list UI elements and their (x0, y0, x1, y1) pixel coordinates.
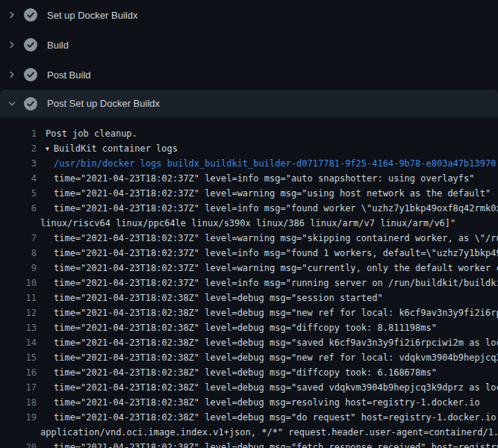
step-header-build[interactable]: Build (0, 30, 498, 60)
check-circle-icon (24, 8, 37, 22)
log-line-number[interactable]: 10 (0, 276, 37, 290)
log-line-text: time="2021-04-23T18:02:38Z" level=debug … (54, 395, 480, 410)
step-label: Build (47, 40, 69, 51)
log-line-text: time="2021-04-23T18:02:37Z" level=warnin… (54, 261, 498, 276)
step-label: Post Build (47, 69, 91, 81)
log-line: 9 time="2021-04-23T18:02:37Z" level=warn… (0, 261, 498, 276)
log-line-text: time="2021-04-23T18:02:37Z" level=info m… (54, 276, 498, 290)
log-line: 1 Post job cleanup. (0, 126, 498, 141)
log-line: 11 time="2021-04-23T18:02:38Z" level=deb… (0, 290, 498, 305)
log-line: 8 time="2021-04-23T18:02:37Z" level=info… (0, 246, 498, 261)
log-line-text: Post job cleanup. (46, 126, 137, 141)
log-line-number[interactable]: 18 (0, 395, 37, 410)
chevron-right-icon (6, 69, 18, 81)
log-line-number[interactable]: 8 (0, 246, 37, 261)
log-line-number[interactable]: 4 (0, 171, 37, 186)
log-line-continuation: linux/riscv64 linux/ppc64le linux/s390x … (0, 216, 498, 231)
log-line-number[interactable]: 1 (0, 126, 37, 141)
log-line-text: linux/riscv64 linux/ppc64le linux/s390x … (40, 216, 455, 231)
log-line: 5 time="2021-04-23T18:02:37Z" level=warn… (0, 186, 498, 201)
log-line-number (0, 425, 37, 440)
check-circle-icon (24, 68, 37, 81)
steps-list: Set up Docker Buildx Build P (0, 0, 498, 117)
log-line: 18 time="2021-04-23T18:02:38Z" level=deb… (0, 395, 498, 410)
step-header-post-set-up-docker-buildx[interactable]: Post Set up Docker Buildx (0, 90, 498, 117)
log-line-number[interactable]: 14 (0, 335, 37, 350)
log-line: 14 time="2021-04-23T18:02:38Z" level=deb… (0, 335, 498, 350)
log-line: 16 time="2021-04-23T18:02:38Z" level=deb… (0, 365, 498, 380)
log-line-text: time="2021-04-23T18:02:38Z" level=debug … (54, 410, 498, 425)
step-label: Set up Docker Buildx (47, 10, 137, 21)
log-line-number[interactable]: 16 (0, 365, 37, 380)
log-line-text: /usr/bin/docker logs buildx_buildkit_bui… (54, 156, 496, 171)
log-line-number[interactable]: 2 (0, 141, 37, 156)
log-line-text: time="2021-04-23T18:02:37Z" level=info m… (54, 201, 498, 216)
log-line-number[interactable]: 3 (0, 156, 37, 171)
actions-log-viewer: Set up Docker Buildx Build P (0, 0, 498, 448)
log-line-number[interactable]: 17 (0, 380, 37, 395)
log-line-text: time="2021-04-23T18:02:38Z" level=debug … (54, 335, 498, 350)
chevron-right-icon (6, 9, 18, 21)
log-line: 20 time="2021-04-23T18:02:38Z" level=deb… (0, 440, 498, 448)
step-header-set-up-docker-buildx[interactable]: Set up Docker Buildx (0, 0, 498, 30)
log-line: 15 time="2021-04-23T18:02:38Z" level=deb… (0, 350, 498, 365)
step-label: Post Set up Docker Buildx (47, 98, 160, 109)
chevron-right-icon (6, 39, 18, 51)
log-line: 13 time="2021-04-23T18:02:38Z" level=deb… (0, 320, 498, 335)
log-line-text: time="2021-04-23T18:02:38Z" level=debug … (54, 290, 383, 305)
log-line-number[interactable]: 15 (0, 350, 37, 365)
log-line-text: time="2021-04-23T18:02:37Z" level=info m… (54, 171, 475, 186)
log-line: 7 time="2021-04-23T18:02:37Z" level=warn… (0, 231, 498, 246)
log-line-text: time="2021-04-23T18:02:37Z" level=info m… (54, 246, 498, 261)
log-line-text: time="2021-04-23T18:02:38Z" level=debug … (54, 305, 498, 320)
log-line-continuation: application/vnd.oci.image.index.v1+json,… (0, 425, 498, 440)
log-line: 6 time="2021-04-23T18:02:37Z" level=info… (0, 201, 498, 216)
log-line-text: ▼BuildKit container logs (46, 141, 178, 156)
log-line: 4 time="2021-04-23T18:02:37Z" level=info… (0, 171, 498, 186)
log-line: 10 time="2021-04-23T18:02:37Z" level=inf… (0, 276, 498, 290)
log-line: 3 /usr/bin/docker logs buildx_buildkit_b… (0, 156, 498, 171)
group-collapse-icon[interactable]: ▼ (46, 142, 49, 157)
log-line-number[interactable]: 5 (0, 186, 37, 201)
check-circle-icon (24, 97, 37, 111)
log-line-text: time="2021-04-23T18:02:38Z" level=debug … (54, 440, 498, 448)
chevron-down-icon (6, 98, 18, 110)
log-line-number[interactable]: 11 (0, 290, 37, 305)
log-line-text: time="2021-04-23T18:02:38Z" level=debug … (54, 365, 437, 380)
log-line-text: time="2021-04-23T18:02:37Z" level=warnin… (54, 186, 491, 201)
log-line-number[interactable]: 9 (0, 261, 37, 276)
log-line-number (0, 216, 37, 231)
log-line-number[interactable]: 7 (0, 231, 37, 246)
log-line: 17 time="2021-04-23T18:02:38Z" level=deb… (0, 380, 498, 395)
log-line-text: time="2021-04-23T18:02:38Z" level=debug … (54, 350, 498, 365)
log-line-text: time="2021-04-23T18:02:38Z" level=debug … (54, 320, 437, 335)
log-line-text: time="2021-04-23T18:02:37Z" level=warnin… (54, 231, 498, 246)
log-line-number[interactable]: 12 (0, 305, 37, 320)
log-line-text: time="2021-04-23T18:02:38Z" level=debug … (54, 380, 498, 395)
log-line-number[interactable]: 13 (0, 320, 37, 335)
log-line-number[interactable]: 6 (0, 201, 37, 216)
log-line-number[interactable]: 19 (0, 410, 37, 425)
log-line-text: application/vnd.oci.image.index.v1+json,… (40, 425, 498, 440)
log-line: 12 time="2021-04-23T18:02:38Z" level=deb… (0, 305, 498, 320)
log-panel: 1 Post job cleanup. 2 ▼BuildKit containe… (0, 117, 498, 448)
check-circle-icon (24, 38, 37, 52)
log-group-header[interactable]: 2 ▼BuildKit container logs (0, 141, 498, 156)
step-header-post-build[interactable]: Post Build (0, 60, 498, 90)
log-line-number[interactable]: 20 (0, 440, 37, 448)
log-line: 19 time="2021-04-23T18:02:38Z" level=deb… (0, 410, 498, 425)
